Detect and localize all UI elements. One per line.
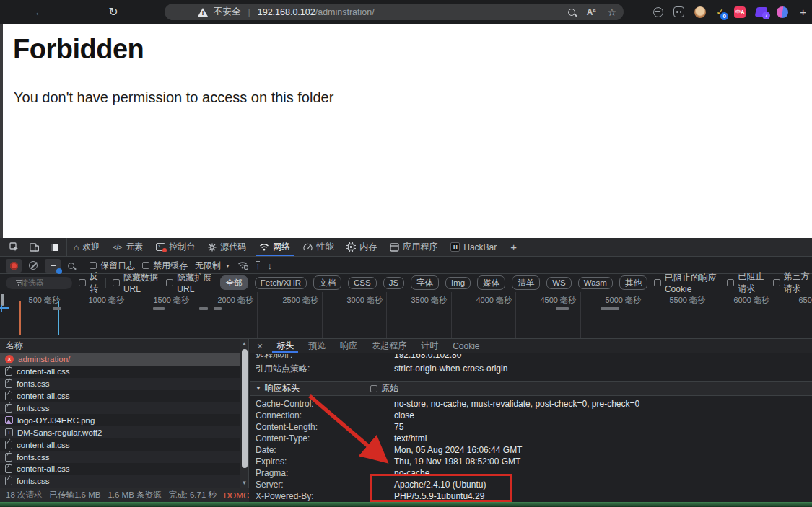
tab-welcome[interactable]: ⌂欢迎 [67, 238, 106, 256]
request-row[interactable]: content-all.css [0, 438, 248, 451]
dock-side-icon[interactable] [46, 240, 62, 255]
request-row[interactable]: content-all.css [0, 390, 248, 402]
filter-type-wasm[interactable]: Wasm [578, 277, 613, 289]
search-icon[interactable] [68, 263, 74, 269]
filter-type-all[interactable]: 全部 [220, 275, 248, 290]
timeline-tick: 4000 毫秒 [476, 295, 512, 306]
request-row[interactable]: fonts.css [0, 475, 248, 488]
filter-type-ws[interactable]: WS [546, 277, 572, 289]
disable-cache-checkbox[interactable]: 禁用缓存 [142, 260, 188, 272]
scrollbar-thumb[interactable] [242, 349, 248, 468]
css-file-icon [5, 477, 12, 485]
timeline-tick: 6500 毫秒 [798, 295, 812, 306]
detail-tabbar: × 标头 预览 响应 发起程序 计时 Cookie [250, 339, 812, 353]
reload-icon[interactable]: ↻ [104, 3, 123, 22]
request-count: 18 次请求 [6, 490, 43, 501]
extensions-icon[interactable] [673, 6, 684, 17]
hide-extension-urls-checkbox[interactable]: 隐藏扩展 URL [166, 272, 213, 294]
brain-extension-icon[interactable] [777, 6, 788, 18]
header-row: Connection:close [250, 410, 812, 421]
filter-toggle-icon[interactable] [45, 259, 61, 273]
scroll-down-icon[interactable]: ▼ [242, 480, 248, 486]
request-row[interactable]: fonts.css [0, 451, 248, 463]
browser-plus-icon[interactable]: + [800, 6, 806, 18]
dom-content-loaded-label: DOMContentLoaded: [224, 491, 249, 500]
filter-type-doc[interactable]: 文档 [313, 275, 341, 290]
detail-tab-preview[interactable]: 预览 [302, 339, 332, 353]
clear-icon[interactable] [29, 261, 38, 270]
filter-input-funnel-icon [16, 280, 22, 285]
filter-type-js[interactable]: JS [383, 277, 404, 289]
tab-network[interactable]: 网络 [253, 238, 297, 256]
request-row[interactable]: logo-OYJ34ERC.png [0, 414, 248, 426]
tab-hackbar[interactable]: HHackBar [444, 238, 503, 256]
record-button[interactable] [6, 259, 22, 273]
request-list-scrollbar[interactable]: ▲ ▼ [240, 339, 248, 488]
header-row: Cache-Control:no-store, no-cache, must-r… [250, 398, 812, 410]
profile-avatar[interactable] [694, 6, 706, 18]
third-party-checkbox[interactable]: 第三方请求 [773, 270, 812, 295]
filter-type-font[interactable]: 字体 [411, 275, 439, 290]
read-aloud-icon[interactable]: Aa [587, 7, 596, 17]
timeline-tick: 4500 毫秒 [540, 295, 576, 306]
translate-extension-icon[interactable]: 中A [734, 6, 746, 18]
page-message: You don't have permission to access on t… [14, 89, 812, 106]
request-row[interactable]: content-all.css [0, 463, 248, 475]
request-row[interactable]: fonts.css [0, 402, 248, 415]
invert-checkbox[interactable]: 反转 [79, 270, 99, 295]
blocked-cookies-checkbox[interactable]: 已阻止的响应 Cookie [654, 272, 720, 294]
preserve-log-checkbox[interactable]: 保留日志 [90, 260, 135, 272]
filter-type-img[interactable]: Img [445, 277, 471, 289]
request-row[interactable]: content-all.css [0, 366, 248, 378]
import-har-icon[interactable]: ↑ [256, 261, 261, 270]
background-window-strip [0, 502, 812, 507]
adblock-icon[interactable] [653, 7, 663, 17]
tab-performance[interactable]: 性能 [297, 238, 340, 256]
hide-data-urls-checkbox[interactable]: 隐藏数据 URL [113, 272, 160, 294]
raw-headers-checkbox[interactable]: 原始 [370, 382, 398, 394]
request-row[interactable]: TDM-Sans-regular.woff2 [0, 426, 248, 438]
detail-tab-timing[interactable]: 计时 [414, 339, 445, 353]
export-har-icon[interactable]: ↓ [267, 260, 272, 271]
filter-type-other[interactable]: 其他 [619, 275, 647, 290]
tab-console[interactable]: ›控制台 [149, 238, 201, 256]
network-overview-timeline[interactable]: 500 毫秒 1000 毫秒 1500 毫秒 2000 毫秒 2500 毫秒 3… [0, 292, 812, 339]
tab-memory[interactable]: 内存 [340, 238, 383, 256]
more-tabs-icon[interactable]: + [503, 238, 524, 256]
overview-scroll-grip[interactable] [1, 294, 4, 306]
tab-application[interactable]: 应用程序 [383, 238, 444, 256]
detail-tab-cookie[interactable]: Cookie [446, 339, 486, 353]
css-file-icon [5, 392, 12, 400]
filter-type-media[interactable]: 媒体 [477, 275, 505, 290]
back-icon[interactable]: ← [30, 3, 49, 22]
filter-type-css[interactable]: CSS [348, 277, 377, 289]
throttling-select[interactable]: 无限制▼ [195, 260, 230, 272]
waterfall-bar [214, 307, 222, 310]
timeline-tick: 3000 毫秒 [346, 295, 383, 306]
inspect-icon[interactable] [6, 240, 22, 255]
tab-elements[interactable]: </>元素 [106, 238, 149, 256]
detail-tab-response[interactable]: 响应 [333, 339, 364, 353]
name-column-header[interactable]: 名称 [0, 339, 248, 353]
response-headers-section[interactable]: ▼ 响应标头 原始 [250, 381, 812, 396]
detail-tab-initiator[interactable]: 发起程序 [365, 339, 413, 353]
network-conditions-icon[interactable] [237, 261, 248, 270]
checker-extension-icon[interactable]: ✓0 [716, 6, 724, 17]
blocked-requests-checkbox[interactable]: 已阻止请求 [727, 270, 766, 295]
detail-tab-headers[interactable]: 标头 [270, 339, 300, 353]
favorite-star-icon[interactable]: ☆ [607, 6, 616, 18]
request-row[interactable]: ×adminstration/ [0, 353, 248, 366]
close-icon[interactable]: × [250, 340, 269, 352]
purple-extension-icon[interactable]: 7 [755, 7, 768, 17]
zoom-icon[interactable] [568, 9, 575, 16]
device-toolbar-icon[interactable] [26, 240, 42, 255]
request-row[interactable]: fonts.css [0, 378, 248, 390]
sources-icon [208, 243, 217, 252]
scroll-up-icon[interactable]: ▲ [242, 340, 248, 347]
filter-type-xhr[interactable]: Fetch/XHR [255, 277, 307, 289]
css-file-icon [5, 379, 12, 388]
tab-sources[interactable]: 源代码 [201, 238, 253, 256]
timeline-tick: 1500 毫秒 [153, 295, 189, 306]
address-bar[interactable]: ! 不安全 | 192.168.0.102/adminstration/ Aa … [165, 4, 624, 20]
filter-type-manifest[interactable]: 清单 [512, 275, 540, 290]
